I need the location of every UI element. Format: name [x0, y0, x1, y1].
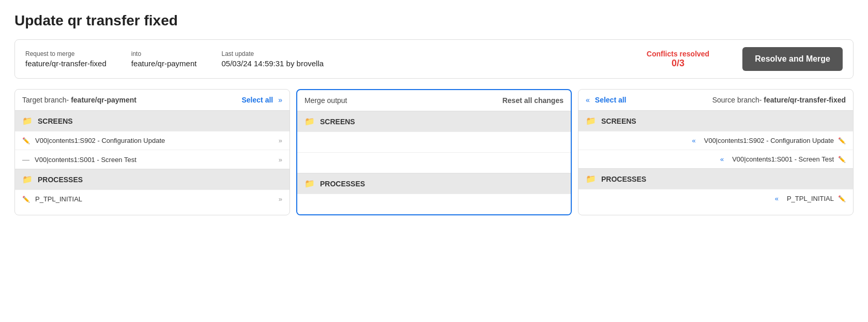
- source-processes-label: PROCESSES: [601, 175, 646, 183]
- conflicts-resolved-label: Conflicts resolved: [647, 50, 709, 58]
- last-update-value: 05/03/24 14:59:31 by brovella: [221, 59, 324, 68]
- arrow-right-icon-2: »: [279, 156, 282, 164]
- dash-icon: —: [22, 155, 29, 164]
- folder-icon-center-2: 📁: [304, 179, 315, 188]
- source-branch-label: Source branch- feature/qr-transfer-fixed: [712, 96, 846, 104]
- target-branch-name: feature/qr-payment: [71, 96, 136, 104]
- center-processes-folder: 📁 PROCESSES: [297, 173, 571, 194]
- source-config-update-row[interactable]: « V00|contents1:S902 - Configuration Upd…: [578, 131, 853, 150]
- center-empty-2: [297, 152, 571, 173]
- arrow-left-icon-1: «: [692, 137, 696, 144]
- target-config-update-row[interactable]: ✏️ V00|contents1:S902 - Configuration Up…: [15, 131, 290, 150]
- page-title: Update qr transfer fixed: [14, 12, 854, 29]
- three-column-layout: Target branch- feature/qr-payment Select…: [14, 89, 854, 215]
- folder-icon: 📁: [22, 116, 33, 126]
- source-ptpl-row[interactable]: « P_TPL_INITIAL ✏️: [578, 189, 853, 208]
- source-config-update-label: V00|contents1:S902 - Configuration Updat…: [704, 137, 834, 144]
- conflicts-resolved: Conflicts resolved 0/3: [647, 50, 709, 69]
- reset-all-changes[interactable]: Reset all changes: [502, 96, 564, 105]
- source-chevrons-left: «: [586, 96, 590, 104]
- meta-bar: Request to merge feature/qr-transfer-fix…: [14, 39, 854, 79]
- target-screen-test-label: V00|contents1:S001 - Screen Test: [35, 156, 136, 164]
- into-value: feature/qr-payment: [131, 59, 197, 68]
- arrow-left-icon-2: «: [720, 155, 724, 163]
- arrow-right-icon: »: [279, 137, 282, 144]
- source-screen-test-label: V00|contents1:S001 - Screen Test: [732, 155, 834, 163]
- target-branch-label: Target branch- feature/qr-payment: [22, 96, 136, 104]
- source-screens-label: SCREENS: [601, 117, 636, 125]
- source-screens-folder: 📁 SCREENS: [578, 110, 853, 131]
- edit-icon-2: ✏️: [22, 196, 30, 203]
- center-empty-3: [297, 194, 571, 214]
- target-processes-label: PROCESSES: [38, 175, 83, 184]
- target-ptpl-row[interactable]: ✏️ P_TPL_INITIAL »: [15, 189, 290, 208]
- center-screens-label: SCREENS: [320, 118, 355, 126]
- source-header-actions: « Select all: [586, 96, 627, 104]
- resolve-and-merge-button[interactable]: Resolve and Merge: [742, 47, 843, 71]
- merge-output-panel: Merge output Reset all changes 📁 SCREENS…: [296, 89, 572, 215]
- target-branch-panel: Target branch- feature/qr-payment Select…: [14, 89, 290, 215]
- conflicts-resolved-count: 0/3: [647, 58, 709, 69]
- folder-icon-2: 📁: [22, 174, 33, 184]
- last-update-label: Last update: [221, 50, 324, 57]
- arrow-right-icon-3: »: [279, 195, 282, 203]
- request-to-merge-field: Request to merge feature/qr-transfer-fix…: [25, 50, 106, 68]
- source-branch-panel: « Select all Source branch- feature/qr-t…: [578, 89, 854, 215]
- arrow-left-icon-3: «: [775, 195, 779, 202]
- center-panel-header: Merge output Reset all changes: [297, 90, 571, 111]
- source-ptpl-label: P_TPL_INITIAL: [787, 195, 834, 202]
- source-branch-name: feature/qr-transfer-fixed: [764, 96, 846, 104]
- edit-icon: ✏️: [22, 137, 30, 144]
- target-screens-label: SCREENS: [38, 117, 73, 125]
- folder-icon-source-1: 📁: [586, 116, 596, 126]
- into-field: into feature/qr-payment: [131, 50, 197, 68]
- edit-icon-source-2: ✏️: [838, 156, 846, 163]
- center-screens-folder: 📁 SCREENS: [297, 111, 571, 131]
- request-to-merge-value: feature/qr-transfer-fixed: [25, 59, 106, 68]
- target-screen-test-row[interactable]: — V00|contents1:S001 - Screen Test »: [15, 150, 290, 169]
- into-label: into: [131, 50, 197, 57]
- merge-output-label: Merge output: [304, 96, 347, 105]
- last-update-field: Last update 05/03/24 14:59:31 by brovell…: [221, 50, 324, 68]
- source-screen-test-row[interactable]: « V00|contents1:S001 - Screen Test ✏️: [578, 150, 853, 168]
- folder-icon-center-1: 📁: [304, 116, 315, 126]
- target-panel-header: Target branch- feature/qr-payment Select…: [15, 90, 290, 110]
- target-header-actions: Select all »: [242, 96, 283, 104]
- folder-icon-source-2: 📁: [586, 174, 596, 184]
- target-chevrons-right: »: [278, 96, 282, 104]
- target-config-update-label: V00|contents1:S902 - Configuration Updat…: [35, 137, 165, 144]
- source-processes-folder: 📁 PROCESSES: [578, 168, 853, 189]
- target-select-all[interactable]: Select all: [242, 96, 273, 104]
- target-processes-folder: 📁 PROCESSES: [15, 169, 290, 189]
- edit-icon-source-1: ✏️: [838, 137, 846, 144]
- request-to-merge-label: Request to merge: [25, 50, 106, 57]
- center-empty-1: [297, 131, 571, 152]
- edit-icon-source-3: ✏️: [838, 195, 846, 202]
- center-processes-label: PROCESSES: [320, 180, 365, 188]
- target-screens-folder: 📁 SCREENS: [15, 110, 290, 131]
- source-select-all[interactable]: Select all: [595, 96, 627, 104]
- target-ptpl-label: P_TPL_INITIAL: [35, 195, 82, 203]
- source-panel-header: « Select all Source branch- feature/qr-t…: [578, 90, 853, 110]
